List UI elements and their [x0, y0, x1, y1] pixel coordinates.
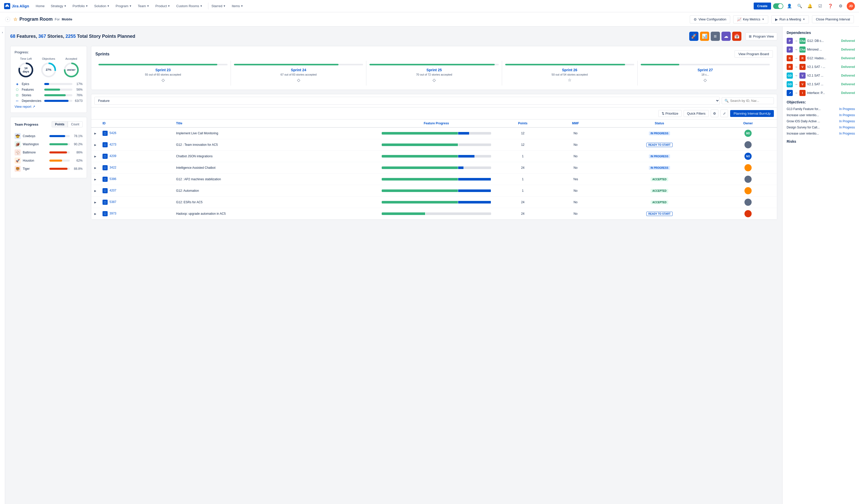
planning-interval-burnup-button[interactable]: Planning Interval BurnUp — [730, 110, 774, 117]
dep-name[interactable]: Interface: P... — [807, 91, 840, 95]
prioritize-button[interactable]: ⇅ Prioritize — [658, 110, 682, 117]
toggle-switch[interactable] — [773, 3, 783, 9]
tab-points[interactable]: Points — [52, 121, 68, 127]
dep-name[interactable]: V2.1 SAT - ... — [807, 65, 840, 69]
search-icon[interactable]: 🔍 — [796, 2, 804, 10]
col-status[interactable]: Status — [600, 120, 719, 127]
nav-product[interactable]: Product ▼ — [153, 2, 173, 10]
nav-home[interactable]: Home — [33, 2, 47, 10]
list-view-button[interactable]: ≡ — [711, 32, 720, 41]
create-button[interactable]: Create — [754, 2, 771, 10]
dep-from-icon: P — [787, 46, 793, 52]
view-report-link[interactable]: View report ↗ — [15, 105, 82, 109]
feature-filter-select[interactable]: Feature — [94, 97, 720, 105]
team-name: Cowboys — [23, 134, 47, 138]
key-metrics-button[interactable]: 📈 Key Metrics ▼ — [733, 15, 768, 23]
row-expand-icon[interactable]: ▶ — [94, 132, 96, 135]
row-expand-icon[interactable]: ▶ — [94, 189, 96, 192]
rocket-view-button[interactable]: 🚀 — [689, 32, 698, 41]
settings-icon[interactable]: ⚙ — [837, 2, 845, 10]
feature-id[interactable]: 5426 — [109, 131, 116, 135]
team-progress-title: Team Progress — [15, 123, 38, 126]
table-row: ▶ ⬡ 4207 G12: Automation 1 No ACCEPTED — [91, 185, 777, 196]
chart-view-button[interactable]: 📊 — [700, 32, 709, 41]
dep-name[interactable]: V2.1 SAT ... — [807, 82, 840, 86]
col-title[interactable]: Title — [173, 120, 379, 127]
sprints-title: Sprints — [95, 52, 109, 57]
objective-name[interactable]: Increase user retentio... — [787, 113, 839, 117]
feature-id[interactable]: 3422 — [109, 166, 116, 169]
objective-name[interactable]: Increase user retentio... — [787, 132, 839, 135]
feature-id[interactable]: 3973 — [109, 212, 116, 215]
row-expand-icon[interactable]: ▶ — [94, 167, 96, 169]
nav-items[interactable]: Items ▼ — [229, 2, 246, 10]
objective-name[interactable]: G13 Family Feature for... — [787, 107, 839, 111]
col-feature-progress[interactable]: Feature Progress — [379, 120, 494, 127]
feature-search-input[interactable] — [730, 99, 771, 103]
team-progress-bar-fill — [49, 143, 68, 145]
feature-id[interactable]: 4209 — [109, 154, 116, 158]
nav-solution[interactable]: Solution ▼ — [91, 2, 112, 10]
feature-id[interactable]: 4207 — [109, 189, 116, 192]
notifications-icon[interactable]: 🔔 — [806, 2, 814, 10]
status-badge: IN PROGRESS — [649, 155, 670, 158]
sidebar-collapse-button[interactable]: ‹ — [5, 17, 10, 22]
sprint-name[interactable]: Sprint 23 — [99, 68, 228, 72]
row-expand-icon[interactable]: ▶ — [94, 155, 96, 158]
nav-team[interactable]: Team ▼ — [135, 2, 152, 10]
feature-id[interactable]: 5386 — [109, 177, 116, 181]
quick-filters-button[interactable]: Quick Filters — [684, 110, 709, 117]
feature-title: G12: Automation — [173, 185, 379, 196]
help-icon[interactable]: ❓ — [826, 2, 834, 10]
program-view-button[interactable]: ⊞ Program View — [745, 32, 777, 40]
col-mmf[interactable]: MMF — [552, 120, 600, 127]
star-icon[interactable]: ☆ — [13, 17, 17, 22]
row-expand-icon[interactable]: ▶ — [94, 143, 96, 146]
feature-id[interactable]: 5387 — [109, 200, 116, 204]
row-expand-icon[interactable]: ▶ — [94, 201, 96, 204]
settings-table-button[interactable]: ⚙ — [711, 110, 719, 117]
team-pct: 86% — [72, 151, 82, 154]
sidebar-toggle[interactable]: › — [0, 27, 5, 504]
avatar[interactable]: JD — [847, 2, 855, 10]
sprint-name[interactable]: Sprint 27 — [641, 68, 770, 72]
dep-name[interactable]: G12: DB c... — [807, 39, 840, 43]
feature-id[interactable]: 4273 — [109, 143, 116, 146]
inbox-icon[interactable]: ☑ — [816, 2, 824, 10]
for-label: For — [55, 17, 60, 21]
nav-logo-text: Jira Align — [12, 4, 29, 8]
objective-name[interactable]: Grow iOS Daily Active ... — [787, 120, 839, 123]
view-program-board-button[interactable]: View Program Board — [735, 50, 773, 58]
sprint-name[interactable]: Sprint 26 — [505, 68, 634, 72]
run-meeting-button[interactable]: ▶ Run a Meeting ▼ — [771, 15, 809, 23]
cloud-view-button[interactable]: ☁ — [721, 32, 731, 41]
dep-name[interactable]: G12: Hadoo... — [807, 57, 840, 60]
tab-count[interactable]: Count — [68, 121, 82, 127]
col-points[interactable]: Points — [494, 120, 552, 127]
nav-portfolio[interactable]: Portfolio ▼ — [70, 2, 91, 10]
row-expand-icon[interactable]: ▶ — [94, 212, 96, 215]
row-expand-icon[interactable]: ▶ — [94, 178, 96, 181]
dep-name[interactable]: V2.1 SAT ... — [807, 74, 840, 77]
page-title-group: ☆ Program Room For Mobile — [13, 17, 72, 22]
objective-name[interactable]: Design Survey for Call... — [787, 126, 839, 129]
chart-icon: 📈 — [737, 17, 741, 21]
expand-button[interactable]: ⤢ — [721, 110, 728, 117]
sprint-name[interactable]: Sprint 24 — [234, 68, 363, 72]
dep-name[interactable]: Mirrored ... — [807, 48, 840, 51]
progress-circles: Time Left 14 days Objectives — [15, 57, 82, 78]
calendar-view-button[interactable]: 📅 — [732, 32, 741, 41]
user-profile-icon[interactable]: 👤 — [785, 2, 794, 10]
sprint-name[interactable]: Sprint 25 — [370, 68, 498, 72]
table-row: ▶ ⬡ 4209 Chatbot JSON integrations 1 No … — [91, 151, 777, 162]
view-configuration-button[interactable]: ⚙ View Configuration — [690, 15, 730, 23]
close-planning-interval-button[interactable]: Close Planning Interval — [812, 15, 854, 23]
table-row: ▶ ⬡ 5387 G12: ESRs for AC5 24 No ACCEPTE… — [91, 196, 777, 208]
nav-logo[interactable]: Jira Align — [4, 3, 29, 9]
nav-starred[interactable]: Starred ▼ — [208, 2, 228, 10]
col-owner[interactable]: Owner — [719, 120, 777, 127]
col-id[interactable]: ID — [100, 120, 173, 127]
nav-program[interactable]: Program ▼ — [113, 2, 134, 10]
nav-custom-rooms[interactable]: Custom Rooms ▼ — [174, 2, 205, 10]
nav-strategy[interactable]: Strategy ▼ — [48, 2, 69, 10]
